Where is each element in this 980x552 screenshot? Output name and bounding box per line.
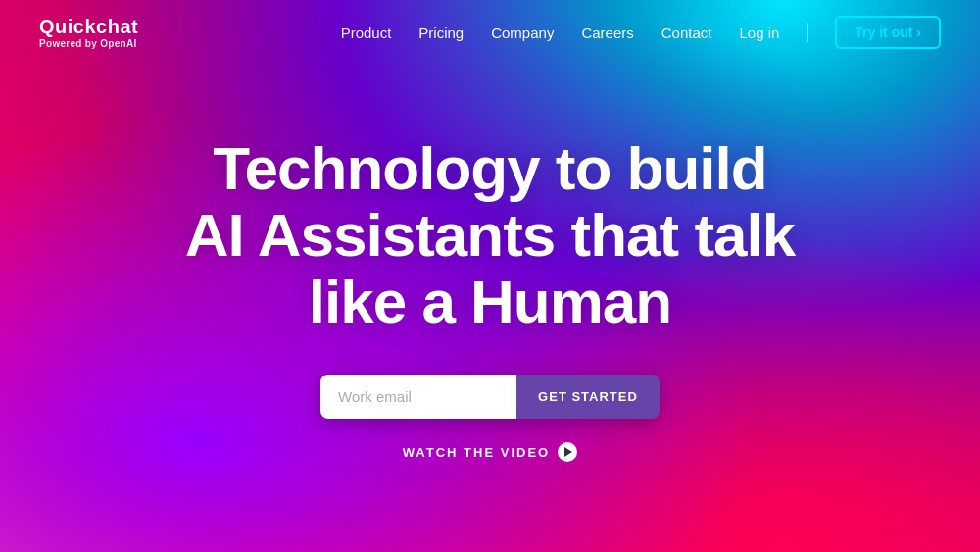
hero-title-line1: Technology to build (213, 134, 766, 202)
hero-title: Technology to build AI Assistants that t… (185, 135, 795, 336)
watch-video-label: WATCH THE VIDEO (403, 445, 550, 460)
hero-title-line2: AI Assistants that talk (185, 201, 795, 269)
nav-careers[interactable]: Careers (581, 25, 633, 41)
nav-login[interactable]: Log in (739, 25, 779, 41)
hero-section: Quickchat Powered by OpenAI Product Pric… (0, 0, 980, 552)
play-triangle (564, 447, 572, 457)
get-started-button[interactable]: GET STARTED (516, 375, 660, 419)
try-it-out-button[interactable]: Try it out › (835, 16, 941, 49)
hero-content: Technology to build AI Assistants that t… (146, 45, 834, 552)
nav-product[interactable]: Product (341, 25, 392, 41)
play-icon (558, 442, 577, 462)
watch-video-link[interactable]: WATCH THE VIDEO (403, 442, 577, 462)
nav-links: Product Pricing Company Careers Contact … (341, 16, 941, 49)
nav-divider (807, 23, 808, 42)
powered-by: Powered by OpenAI (39, 38, 138, 49)
hero-title-line3: like a Human (309, 268, 671, 335)
email-form: GET STARTED (320, 375, 660, 419)
nav-pricing[interactable]: Pricing (418, 25, 464, 41)
nav-contact[interactable]: Contact (662, 25, 712, 41)
nav-company[interactable]: Company (491, 25, 554, 41)
logo: Quickchat Powered by OpenAI (39, 16, 138, 49)
email-input[interactable] (320, 375, 516, 419)
brand-name: Quickchat (39, 16, 138, 38)
